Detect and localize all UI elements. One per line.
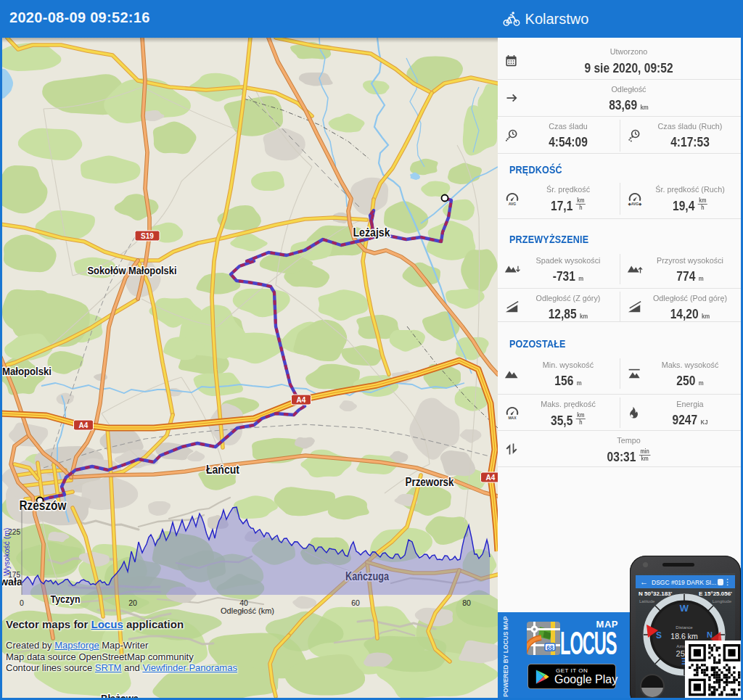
svg-text:LOCUS: LOCUS xyxy=(560,625,617,656)
svg-text:S19: S19 xyxy=(141,232,154,240)
svg-text:Wysokość (m): Wysokość (m) xyxy=(2,528,11,576)
svg-text:MAP: MAP xyxy=(596,619,618,630)
svg-text:18.6 km: 18.6 km xyxy=(670,632,698,641)
svg-text:20: 20 xyxy=(128,598,137,607)
svg-text:A4: A4 xyxy=(79,421,89,429)
svg-text:0: 0 xyxy=(20,598,24,607)
svg-text:80: 80 xyxy=(462,598,471,607)
svg-text:N: N xyxy=(707,630,713,639)
svg-text:Łańcut: Łańcut xyxy=(206,464,240,476)
svg-text:Leżajsk: Leżajsk xyxy=(353,226,391,239)
svg-text:S: S xyxy=(656,630,662,641)
svg-text:60: 60 xyxy=(351,598,360,607)
svg-text:AVG: AVG xyxy=(509,202,517,206)
svg-text:Przeworsk: Przeworsk xyxy=(406,476,454,488)
svg-text:Małopolski: Małopolski xyxy=(2,365,52,377)
svg-text:◆AVG◆: ◆AVG◆ xyxy=(628,202,642,206)
svg-text:A4: A4 xyxy=(297,396,306,404)
svg-text:Odległość (km): Odległość (km) xyxy=(221,606,274,615)
svg-text:W: W xyxy=(680,603,689,614)
svg-text:MAX: MAX xyxy=(508,416,517,420)
svg-text:Rzeszów: Rzeszów xyxy=(20,498,67,513)
svg-text:68: 68 xyxy=(546,644,554,651)
svg-text:A4: A4 xyxy=(486,474,496,482)
svg-text:Sokołów Małopolski: Sokołów Małopolski xyxy=(88,264,177,276)
svg-text:Distance: Distance xyxy=(676,625,693,630)
